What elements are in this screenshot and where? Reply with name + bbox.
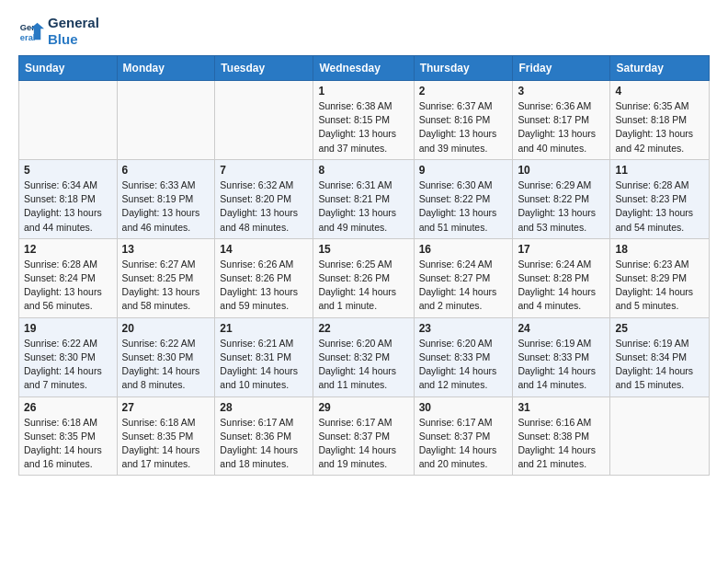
day-number: 6 bbox=[122, 164, 210, 177]
day-number: 28 bbox=[220, 401, 308, 414]
day-number: 16 bbox=[419, 243, 508, 256]
day-number: 4 bbox=[615, 85, 704, 98]
header-sunday: Sunday bbox=[19, 56, 118, 81]
day-number: 27 bbox=[122, 401, 210, 414]
day-info: Sunrise: 6:20 AM Sunset: 8:32 PM Dayligh… bbox=[318, 337, 408, 393]
week-row-2: 12Sunrise: 6:28 AM Sunset: 8:24 PM Dayli… bbox=[19, 238, 710, 317]
day-cell: 10Sunrise: 6:29 AM Sunset: 8:22 PM Dayli… bbox=[513, 159, 610, 238]
logo: Gen eral General Blue bbox=[18, 15, 99, 48]
day-number: 15 bbox=[318, 243, 408, 256]
day-cell: 5Sunrise: 6:34 AM Sunset: 8:18 PM Daylig… bbox=[19, 159, 118, 238]
day-cell: 16Sunrise: 6:24 AM Sunset: 8:27 PM Dayli… bbox=[414, 238, 513, 317]
day-cell: 2Sunrise: 6:37 AM Sunset: 8:16 PM Daylig… bbox=[414, 81, 513, 160]
header-tuesday: Tuesday bbox=[215, 56, 313, 81]
day-info: Sunrise: 6:37 AM Sunset: 8:16 PM Dayligh… bbox=[419, 99, 508, 155]
day-number: 13 bbox=[122, 243, 210, 256]
day-cell: 18Sunrise: 6:23 AM Sunset: 8:29 PM Dayli… bbox=[610, 238, 710, 317]
day-info: Sunrise: 6:19 AM Sunset: 8:34 PM Dayligh… bbox=[615, 337, 704, 393]
header-row: SundayMondayTuesdayWednesdayThursdayFrid… bbox=[19, 56, 710, 81]
day-number: 23 bbox=[419, 322, 508, 335]
day-cell: 22Sunrise: 6:20 AM Sunset: 8:32 PM Dayli… bbox=[313, 317, 414, 396]
day-info: Sunrise: 6:17 AM Sunset: 8:37 PM Dayligh… bbox=[419, 416, 508, 472]
day-cell: 23Sunrise: 6:20 AM Sunset: 8:33 PM Dayli… bbox=[414, 317, 513, 396]
day-info: Sunrise: 6:20 AM Sunset: 8:33 PM Dayligh… bbox=[419, 337, 508, 393]
day-cell: 30Sunrise: 6:17 AM Sunset: 8:37 PM Dayli… bbox=[414, 396, 513, 476]
calendar-table: SundayMondayTuesdayWednesdayThursdayFrid… bbox=[18, 55, 710, 476]
day-number: 12 bbox=[24, 243, 112, 256]
day-info: Sunrise: 6:27 AM Sunset: 8:25 PM Dayligh… bbox=[122, 258, 210, 314]
day-cell: 8Sunrise: 6:31 AM Sunset: 8:21 PM Daylig… bbox=[313, 159, 414, 238]
day-info: Sunrise: 6:18 AM Sunset: 8:35 PM Dayligh… bbox=[24, 416, 112, 472]
day-number: 19 bbox=[24, 322, 112, 335]
week-row-3: 19Sunrise: 6:22 AM Sunset: 8:30 PM Dayli… bbox=[19, 317, 710, 396]
header-monday: Monday bbox=[117, 56, 215, 81]
day-number: 14 bbox=[220, 243, 308, 256]
day-info: Sunrise: 6:16 AM Sunset: 8:38 PM Dayligh… bbox=[518, 416, 605, 472]
day-info: Sunrise: 6:25 AM Sunset: 8:26 PM Dayligh… bbox=[318, 258, 408, 314]
day-cell: 14Sunrise: 6:26 AM Sunset: 8:26 PM Dayli… bbox=[215, 238, 313, 317]
day-cell: 11Sunrise: 6:28 AM Sunset: 8:23 PM Dayli… bbox=[610, 159, 710, 238]
day-cell: 25Sunrise: 6:19 AM Sunset: 8:34 PM Dayli… bbox=[610, 317, 710, 396]
day-cell bbox=[215, 81, 313, 160]
day-number: 2 bbox=[419, 85, 508, 98]
day-info: Sunrise: 6:34 AM Sunset: 8:18 PM Dayligh… bbox=[24, 178, 112, 235]
day-cell: 4Sunrise: 6:35 AM Sunset: 8:18 PM Daylig… bbox=[610, 81, 710, 160]
day-cell: 26Sunrise: 6:18 AM Sunset: 8:35 PM Dayli… bbox=[19, 396, 118, 476]
day-info: Sunrise: 6:38 AM Sunset: 8:15 PM Dayligh… bbox=[318, 99, 408, 155]
day-cell: 24Sunrise: 6:19 AM Sunset: 8:33 PM Dayli… bbox=[513, 317, 610, 396]
day-cell: 13Sunrise: 6:27 AM Sunset: 8:25 PM Dayli… bbox=[117, 238, 215, 317]
day-info: Sunrise: 6:22 AM Sunset: 8:30 PM Dayligh… bbox=[24, 337, 112, 393]
day-number: 21 bbox=[220, 322, 308, 335]
day-cell: 29Sunrise: 6:17 AM Sunset: 8:37 PM Dayli… bbox=[313, 396, 414, 476]
day-info: Sunrise: 6:18 AM Sunset: 8:35 PM Dayligh… bbox=[122, 416, 210, 472]
day-cell bbox=[117, 81, 215, 160]
day-info: Sunrise: 6:32 AM Sunset: 8:20 PM Dayligh… bbox=[220, 178, 308, 235]
logo-icon: Gen eral bbox=[18, 18, 44, 44]
day-info: Sunrise: 6:26 AM Sunset: 8:26 PM Dayligh… bbox=[220, 258, 308, 314]
day-info: Sunrise: 6:35 AM Sunset: 8:18 PM Dayligh… bbox=[615, 99, 704, 155]
day-number: 3 bbox=[518, 85, 605, 98]
day-info: Sunrise: 6:24 AM Sunset: 8:27 PM Dayligh… bbox=[419, 258, 508, 314]
day-info: Sunrise: 6:30 AM Sunset: 8:22 PM Dayligh… bbox=[419, 178, 508, 235]
day-number: 29 bbox=[318, 401, 408, 414]
day-number: 11 bbox=[615, 164, 704, 177]
day-cell: 21Sunrise: 6:21 AM Sunset: 8:31 PM Dayli… bbox=[215, 317, 313, 396]
day-info: Sunrise: 6:24 AM Sunset: 8:28 PM Dayligh… bbox=[518, 258, 605, 314]
day-cell bbox=[19, 81, 118, 160]
header-friday: Friday bbox=[513, 56, 610, 81]
logo-text: General Blue bbox=[48, 15, 99, 48]
day-info: Sunrise: 6:33 AM Sunset: 8:19 PM Dayligh… bbox=[122, 178, 210, 235]
day-info: Sunrise: 6:23 AM Sunset: 8:29 PM Dayligh… bbox=[615, 258, 704, 314]
day-number: 25 bbox=[615, 322, 704, 335]
week-row-0: 1Sunrise: 6:38 AM Sunset: 8:15 PM Daylig… bbox=[19, 81, 710, 160]
page-header: Gen eral General Blue bbox=[18, 15, 710, 48]
day-info: Sunrise: 6:21 AM Sunset: 8:31 PM Dayligh… bbox=[220, 337, 308, 393]
week-row-4: 26Sunrise: 6:18 AM Sunset: 8:35 PM Dayli… bbox=[19, 396, 710, 476]
day-cell: 17Sunrise: 6:24 AM Sunset: 8:28 PM Dayli… bbox=[513, 238, 610, 317]
day-number: 31 bbox=[518, 401, 605, 414]
svg-text:eral: eral bbox=[20, 33, 36, 42]
day-number: 26 bbox=[24, 401, 112, 414]
day-cell bbox=[610, 396, 710, 476]
day-info: Sunrise: 6:17 AM Sunset: 8:37 PM Dayligh… bbox=[318, 416, 408, 472]
day-number: 1 bbox=[318, 85, 408, 98]
day-info: Sunrise: 6:36 AM Sunset: 8:17 PM Dayligh… bbox=[518, 99, 605, 155]
day-number: 17 bbox=[518, 243, 605, 256]
day-number: 5 bbox=[24, 164, 112, 177]
header-wednesday: Wednesday bbox=[313, 56, 414, 81]
day-cell: 12Sunrise: 6:28 AM Sunset: 8:24 PM Dayli… bbox=[19, 238, 118, 317]
day-number: 24 bbox=[518, 322, 605, 335]
day-info: Sunrise: 6:28 AM Sunset: 8:24 PM Dayligh… bbox=[24, 258, 112, 314]
day-number: 30 bbox=[419, 401, 508, 414]
day-cell: 3Sunrise: 6:36 AM Sunset: 8:17 PM Daylig… bbox=[513, 81, 610, 160]
day-info: Sunrise: 6:31 AM Sunset: 8:21 PM Dayligh… bbox=[318, 178, 408, 235]
day-info: Sunrise: 6:19 AM Sunset: 8:33 PM Dayligh… bbox=[518, 337, 605, 393]
day-cell: 7Sunrise: 6:32 AM Sunset: 8:20 PM Daylig… bbox=[215, 159, 313, 238]
day-number: 8 bbox=[318, 164, 408, 177]
day-cell: 9Sunrise: 6:30 AM Sunset: 8:22 PM Daylig… bbox=[414, 159, 513, 238]
day-cell: 27Sunrise: 6:18 AM Sunset: 8:35 PM Dayli… bbox=[117, 396, 215, 476]
day-cell: 28Sunrise: 6:17 AM Sunset: 8:36 PM Dayli… bbox=[215, 396, 313, 476]
header-thursday: Thursday bbox=[414, 56, 513, 81]
header-saturday: Saturday bbox=[610, 56, 710, 81]
day-cell: 20Sunrise: 6:22 AM Sunset: 8:30 PM Dayli… bbox=[117, 317, 215, 396]
